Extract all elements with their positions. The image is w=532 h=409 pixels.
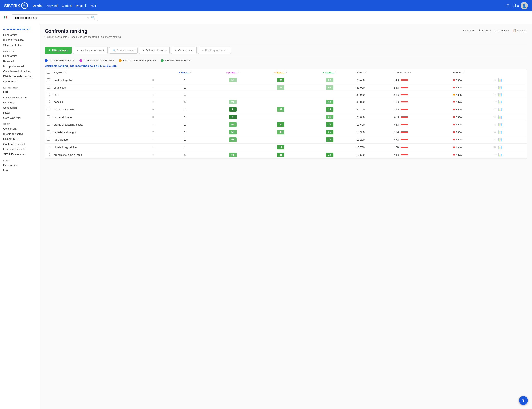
filter-button[interactable]: ＋ Filtra adesso (45, 47, 72, 54)
help-button[interactable]: ? (519, 396, 528, 405)
own-rank-cell: 1 (161, 113, 209, 121)
ricetta-rank-cell (305, 144, 354, 151)
chart-icon[interactable]: 📊 (498, 93, 502, 96)
row-checkbox[interactable] (47, 78, 50, 81)
nav-content[interactable]: Content (62, 4, 72, 7)
sidebar-item-url[interactable]: URL (0, 90, 40, 95)
sidebar-item-cambiamenti-ranking[interactable]: Cambiamenti di ranking (0, 69, 40, 74)
sidebar-item-confronto-snippet[interactable]: Confronto Snippet (0, 141, 40, 147)
intent-help-icon[interactable]: ? (462, 71, 464, 74)
sidebar-item-keyword[interactable]: Keyword (0, 58, 40, 64)
vol-help-icon[interactable]: ? (364, 71, 366, 74)
sidebar-item-link[interactable]: Link (0, 168, 40, 173)
sidebar-item-intento[interactable]: Intento di ricerca (0, 131, 40, 136)
eye-icon[interactable]: 👁 (494, 123, 497, 126)
eye-icon[interactable]: 👁 (494, 93, 497, 96)
chart-icon[interactable]: 📊 (498, 78, 502, 82)
sidebar-item-traffico[interactable]: Stima del traffico (0, 43, 40, 48)
sidebar-item-concorrenti[interactable]: Concorrenti (0, 126, 40, 131)
eye-icon[interactable]: 👁 (494, 153, 497, 157)
eye-icon[interactable]: 👁 (494, 100, 497, 104)
intent-dot (453, 101, 455, 103)
sidebar-item-core-web-vital[interactable]: Core Web Vital (0, 115, 40, 121)
row-checkbox[interactable] (47, 146, 50, 148)
ricetta-help-icon[interactable]: ? (335, 71, 336, 74)
row-checkbox[interactable] (47, 153, 50, 156)
sidebar-item-paesi[interactable]: Paesi (0, 110, 40, 115)
sidebar-item-directory[interactable]: Directory (0, 100, 40, 105)
sidebar-item-cambiamenti-url[interactable]: Cambiamenti di URL (0, 95, 40, 100)
search-submit-icon[interactable]: 🔍 (91, 16, 95, 20)
row-checkbox-cell (45, 98, 52, 106)
sidebar-item-panoramica-link[interactable]: Panoramica (0, 163, 40, 168)
volume-button[interactable]: ＋ Volume di ricerca (139, 47, 170, 54)
conc-help-icon[interactable]: ? (410, 71, 411, 74)
sidebar-item-featured-snippets[interactable]: Featured Snippets (0, 147, 40, 152)
concorrenza-cell: 47% (392, 129, 451, 136)
chart-icon[interactable]: 📊 (498, 123, 502, 126)
row-checkbox[interactable] (47, 115, 50, 118)
chart-icon[interactable]: 📊 (498, 138, 502, 141)
own-help-icon[interactable]: ? (190, 71, 191, 74)
chart-icon[interactable]: 📊 (498, 86, 502, 89)
row-checkbox[interactable] (47, 86, 50, 89)
butta-help-icon[interactable]: ? (286, 71, 287, 74)
sidebar-item-opportunita[interactable]: Opportunità (0, 79, 40, 84)
breadcrumb-action-esporta[interactable]: ⬇ Esporta (479, 29, 491, 32)
sidebar-item-snippet-serp[interactable]: Snippet SERP (0, 136, 40, 141)
keyword-help-icon[interactable]: ? (65, 71, 66, 74)
nav-piu[interactable]: Più ▾ (90, 4, 96, 7)
chart-icon[interactable]: 📊 (498, 100, 502, 104)
breadcrumb-domini[interactable]: Domini (70, 36, 77, 38)
row-checkbox[interactable] (47, 138, 50, 141)
search-keyword-button[interactable]: 🔍 Cerca keyword (109, 47, 138, 54)
chart-icon[interactable]: 📊 (498, 115, 502, 119)
breadcrumb-action-manuale[interactable]: 📋 Manuale (513, 29, 527, 32)
apps-grid-icon[interactable]: ⊞ (506, 3, 510, 8)
chart-icon[interactable]: 📊 (498, 130, 502, 134)
nav-keyword[interactable]: Keyword (47, 4, 57, 7)
sidebar-item-distribuzione[interactable]: Distribuzione del ranking (0, 74, 40, 79)
plus-vol-icon: ＋ (142, 48, 145, 52)
search-input[interactable] (15, 16, 85, 19)
row-checkbox[interactable] (47, 123, 50, 126)
primo-help-icon[interactable]: ? (238, 71, 239, 74)
eye-icon[interactable]: 👁 (494, 145, 497, 149)
eye-icon[interactable]: 👁 (494, 130, 497, 134)
eye-icon[interactable]: 👁 (494, 86, 497, 89)
row-checkbox[interactable] (47, 100, 50, 103)
eye-icon[interactable]: 👁 (494, 78, 497, 82)
add-competitor-button[interactable]: ＋ Aggiungi concorrenti (73, 47, 108, 54)
breadcrumb-domain[interactable]: ilcuoreinpentola.it (80, 36, 99, 38)
star-icon[interactable]: ☆ (87, 16, 89, 19)
list-icon: ≡ (145, 84, 161, 91)
row-checkbox[interactable] (47, 93, 50, 96)
ranking-comune-button[interactable]: ＋ Ranking in comune (198, 47, 231, 54)
primo-rank-badge: 56 (229, 122, 237, 127)
user-menu[interactable]: Elisa 👤 (513, 2, 528, 9)
primo-rank-badge: 91 (229, 100, 237, 104)
chart-icon[interactable]: 📊 (498, 153, 502, 157)
ricetta-rank-cell: 20 (305, 136, 354, 144)
sidebar-item-panoramica-main[interactable]: Panoramica (0, 32, 40, 37)
nav-domini[interactable]: Domini (33, 4, 42, 7)
concorrenza-bar (401, 87, 408, 88)
row-checkbox[interactable] (47, 130, 50, 133)
chart-icon[interactable]: 📊 (498, 108, 502, 111)
nav-progetti[interactable]: Progetti (76, 4, 86, 7)
sidebar-item-serp-env[interactable]: SERP Environment (0, 152, 40, 157)
chart-icon[interactable]: 📊 (498, 145, 502, 149)
breadcrumb-sistrix[interactable]: SISTRIX per Google (45, 36, 67, 38)
breadcrumb-action-opzioni[interactable]: ▾ Opzioni (463, 29, 475, 32)
eye-icon[interactable]: 👁 (494, 138, 497, 141)
select-all-checkbox[interactable] (47, 71, 50, 74)
concorrenza-button[interactable]: ＋ Concorrenza (171, 47, 196, 54)
row-checkbox[interactable] (47, 108, 50, 111)
sidebar-item-idee[interactable]: Idee per keyword (0, 64, 40, 69)
sidebar-item-sottodomini[interactable]: Sottodomini (0, 105, 40, 110)
sidebar-item-visibilita[interactable]: Indice di Visibilità (0, 37, 40, 43)
eye-icon[interactable]: 👁 (494, 115, 497, 119)
breadcrumb-action-condividi[interactable]: ⬡ Condividi (495, 29, 509, 32)
eye-icon[interactable]: 👁 (494, 108, 497, 111)
sidebar-item-panoramica-kw[interactable]: Panoramica (0, 53, 40, 58)
